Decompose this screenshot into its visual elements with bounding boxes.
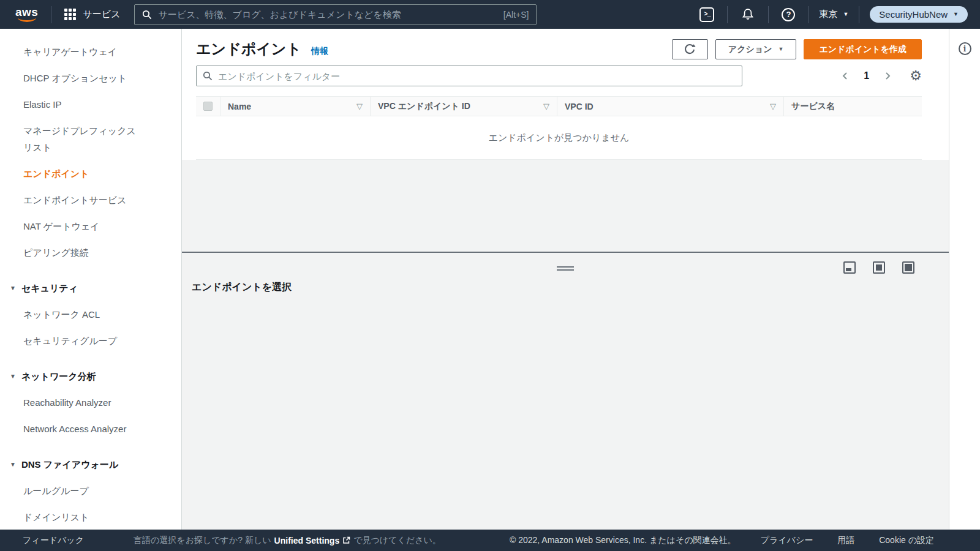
right-tool-strip: i (949, 29, 980, 530)
language-hint-suffix: で見つけてください。 (353, 535, 441, 546)
sidebar-item-managed-prefix-lists[interactable]: マネージドプレフィックスリスト (0, 118, 181, 160)
info-icon: i (963, 45, 967, 53)
account-label: SecurityHubNew (879, 9, 948, 20)
detail-panel: エンドポイントを選択 (182, 253, 949, 530)
cookie-settings-link[interactable]: Cookie の設定 (879, 535, 934, 546)
caret-down-icon: ▼ (10, 462, 16, 468)
copyright-text: © 2022, Amazon Web Services, Inc. またはその関… (510, 535, 736, 546)
aws-logo[interactable]: aws (15, 7, 38, 22)
sidebar-item-network-access-analyzer[interactable]: Network Access Analyzer (0, 416, 181, 442)
search-shortcut-hint: [Alt+S] (503, 10, 529, 20)
column-header-vpc-id[interactable]: VPC ID ▽ (557, 97, 784, 116)
table-empty-message: エンドポイントが見つかりません (196, 116, 922, 160)
filter-box[interactable] (196, 66, 742, 86)
nav-divider (859, 6, 859, 23)
panel-size-small-button[interactable] (843, 261, 856, 274)
column-label: Name (228, 102, 251, 111)
account-menu-button[interactable]: SecurityHubNew ▼ (870, 6, 968, 23)
sidebar-item-dhcp-option-sets[interactable]: DHCP オプションセット (0, 65, 181, 91)
info-panel-button[interactable]: i (959, 42, 971, 55)
endpoints-table: Name ▽ VPC エンドポイント ID ▽ VPC ID ▽ サービス名 (196, 96, 922, 160)
services-label: サービス (83, 9, 120, 20)
column-label: VPC ID (565, 102, 594, 111)
top-nav: aws サービス [Alt+S] >_ ? 東京 ▼ SecurityHubNe… (0, 0, 980, 29)
panel-size-large-button[interactable] (902, 261, 914, 274)
actions-button-label: アクション (728, 44, 772, 55)
panel-resize-handle[interactable] (554, 264, 576, 273)
create-endpoint-button[interactable]: エンドポイントを作成 (804, 39, 922, 59)
column-header-service-name[interactable]: サービス名 (784, 97, 922, 116)
select-all-checkbox[interactable] (203, 102, 213, 111)
services-grid-icon (64, 9, 76, 20)
cloudshell-icon: >_ (699, 7, 714, 22)
caret-down-icon: ▼ (953, 12, 959, 17)
preferences-button[interactable]: ⚙ (910, 69, 922, 83)
caret-down-icon: ▼ (10, 285, 16, 291)
global-search-input[interactable] (158, 9, 497, 20)
sidebar-section-dns-firewall[interactable]: ▼ DNS ファイアウォール (0, 451, 181, 478)
footer: フィードバック 言語の選択をお探しですか? 新しい Unified Settin… (0, 530, 980, 551)
privacy-link[interactable]: プライバシー (761, 535, 813, 546)
filter-endpoints-input[interactable] (218, 71, 736, 81)
caret-down-icon: ▼ (778, 47, 783, 52)
sidebar-item-peering-connections[interactable]: ピアリング接続 (0, 239, 181, 266)
sidebar-item-nat-gateways[interactable]: NAT ゲートウェイ (0, 213, 181, 239)
column-header-vpc-endpoint-id[interactable]: VPC エンドポイント ID ▽ (371, 97, 557, 116)
nav-divider (51, 6, 51, 23)
global-search-box[interactable]: [Alt+S] (134, 4, 537, 25)
cloudshell-button[interactable]: >_ (697, 7, 717, 22)
bell-icon (741, 7, 755, 22)
sidebar-item-carrier-gateway[interactable]: キャリアゲートウェイ (0, 39, 181, 65)
nav-divider (727, 6, 728, 23)
sidebar-section-label: DNS ファイアウォール (21, 456, 118, 473)
next-page-button[interactable] (881, 70, 894, 82)
sidebar-item-endpoint-services[interactable]: エンドポイントサービス (0, 187, 181, 213)
panel-size-medium-button[interactable] (873, 261, 885, 274)
help-icon: ? (782, 8, 795, 21)
chevron-left-icon (840, 71, 850, 81)
sidebar-section-label: ネットワーク分析 (21, 368, 96, 384)
notifications-button[interactable] (738, 7, 758, 22)
sidebar-item-reachability-analyzer[interactable]: Reachability Analyzer (0, 389, 181, 416)
terms-link[interactable]: 用語 (837, 535, 854, 546)
nav-divider (808, 6, 809, 23)
sidebar-item-rule-groups[interactable]: ルールグループ (0, 478, 181, 504)
info-link[interactable]: 情報 (311, 46, 328, 57)
sidebar-section-security[interactable]: ▼ セキュリティ (0, 275, 181, 301)
refresh-icon (684, 43, 696, 56)
refresh-button[interactable] (672, 39, 708, 59)
sidebar-item-endpoints[interactable]: エンドポイント (0, 160, 181, 187)
aws-logo-text: aws (15, 7, 38, 17)
main-content: エンドポイント 情報 アクション ▼ エンドポイントを作成 (182, 29, 949, 530)
feedback-link[interactable]: フィードバック (23, 535, 84, 546)
sort-icon[interactable]: ▽ (356, 102, 363, 111)
sidebar-item-network-acl[interactable]: ネットワーク ACL (0, 301, 181, 328)
sidebar-section-network-analysis[interactable]: ▼ ネットワーク分析 (0, 363, 181, 389)
sidebar-item-elastic-ip[interactable]: Elastic IP (0, 91, 181, 118)
sidebar-item-domain-lists[interactable]: ドメインリスト (0, 504, 181, 530)
help-button[interactable]: ? (779, 8, 797, 21)
search-icon (203, 71, 213, 81)
actions-button[interactable]: アクション ▼ (715, 39, 797, 59)
sidebar-item-security-groups[interactable]: セキュリティグループ (0, 328, 181, 354)
current-page-number: 1 (860, 70, 873, 81)
previous-page-button[interactable] (839, 70, 851, 82)
column-label: サービス名 (791, 101, 835, 112)
unified-settings-link[interactable]: Unified Settings (274, 536, 340, 545)
chevron-right-icon (883, 71, 892, 81)
search-icon (142, 10, 152, 20)
sort-icon[interactable]: ▽ (543, 102, 549, 111)
endpoints-card: エンドポイント 情報 アクション ▼ エンドポイントを作成 (182, 29, 949, 160)
column-header-name[interactable]: Name ▽ (221, 97, 371, 116)
sidebar-section-label: セキュリティ (21, 280, 78, 296)
aws-smile-icon (18, 17, 36, 22)
services-menu-button[interactable]: サービス (64, 9, 120, 20)
region-label: 東京 (819, 9, 837, 20)
content-spacer (182, 160, 949, 252)
detail-panel-heading: エンドポイントを選択 (192, 281, 292, 294)
page-title: エンドポイント (196, 39, 301, 59)
external-link-icon (342, 536, 350, 544)
create-endpoint-label: エンドポイントを作成 (819, 44, 907, 55)
region-selector[interactable]: 東京 ▼ (819, 9, 848, 20)
sort-icon[interactable]: ▽ (770, 102, 776, 111)
